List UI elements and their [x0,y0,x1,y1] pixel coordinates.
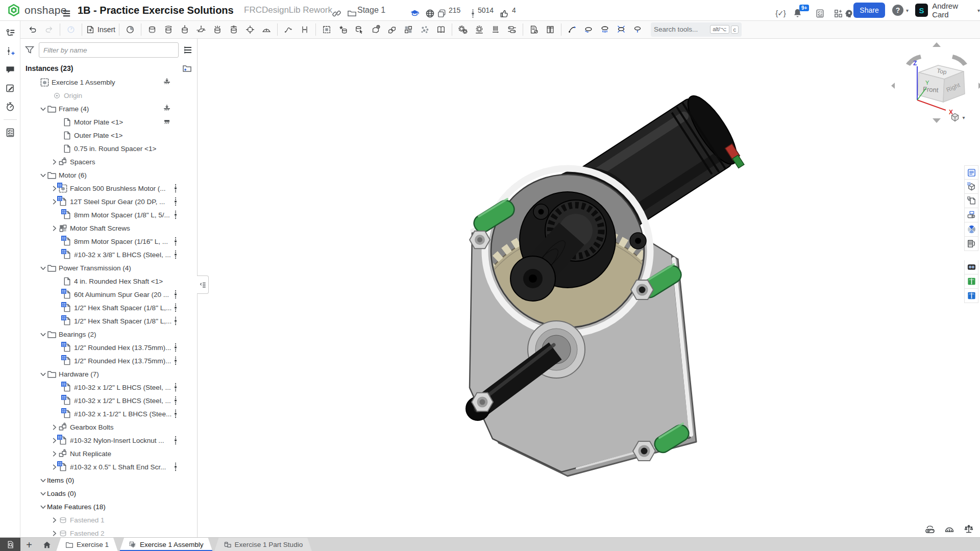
tasks-checklist-icon[interactable] [813,3,827,23]
tree-section-row[interactable]: Loads (0) [20,487,197,500]
tab-exercise-1-part-studio[interactable]: Exercise 1 Part Studio [214,538,312,551]
tree-instance-row[interactable]: Hardware (7) [20,367,197,381]
revolute-mate-button[interactable] [160,22,177,37]
mate-connector-dots-icon[interactable] [172,210,179,219]
breadcrumb-folder-icon[interactable] [345,3,359,23]
mate-connector-dots-icon[interactable] [172,316,179,325]
chevron-right-icon[interactable] [50,423,58,431]
tangent-mate-button[interactable] [258,22,275,37]
tree-instance-row[interactable]: 12T Steel Spur Gear (20 DP, ... [20,195,197,208]
chevron-right-icon[interactable] [50,158,58,166]
avatar[interactable]: S [915,4,928,17]
animate-path-button[interactable] [564,22,580,37]
mate-connector-dots-icon[interactable] [172,462,179,471]
add-tab-button[interactable]: + [20,538,38,551]
find-in-document-icon[interactable] [0,538,20,551]
linked-cube-icon[interactable] [964,180,978,194]
animate-rotate-button[interactable] [580,22,597,37]
animate-collide-button[interactable] [613,22,629,37]
tree-instance-row[interactable]: Exercise 1 Assembly [20,76,197,89]
mate-connector-dots-icon[interactable] [172,250,179,259]
toggles-button[interactable] [504,22,520,37]
tree-instance-row[interactable]: 60t Aluminum Spur Gear (20 ... [20,288,197,301]
share-link-icon[interactable] [329,3,344,23]
animate-drop-all-button[interactable] [597,22,613,37]
chevron-down-icon[interactable] [39,370,47,378]
slider-mate-button[interactable] [177,22,193,37]
insert-button[interactable]: Insert [85,22,116,37]
mate-connector-dots-icon[interactable] [172,303,179,312]
exploded-view-button[interactable] [416,22,433,37]
tree-instance-row[interactable]: #10-32 x 1/2" L BHCS (Steel, ... [20,381,197,394]
breadcrumb-folder-label[interactable]: Stage 1 [357,6,385,15]
comment-icon[interactable] [3,62,18,78]
replace-instance-button[interactable] [351,22,368,37]
tab-exercise-1-assembly[interactable]: Exercise 1 Assembly [119,538,213,551]
bom-hidden-button[interactable] [526,22,542,37]
tree-instance-row[interactable]: #10-32 x 0.5" L Shaft End Scr... [20,460,197,473]
bom-columns-button[interactable] [542,22,558,37]
tree-instance-row[interactable]: Frame (4) [20,102,197,115]
tree-instance-row[interactable]: 8mm Motor Spacer (1/8" L, 5/... [20,208,197,221]
view-mode-cube-button[interactable]: ▾ [945,110,970,124]
chevron-down-icon[interactable] [39,489,47,497]
update-linked-documents-button[interactable] [63,22,79,37]
physics-button[interactable] [471,22,487,37]
help-button[interactable]: ? [892,5,903,16]
user-name[interactable]: Andrew Card [932,2,975,19]
tree-instance-row[interactable]: Nut Replicate [20,447,197,460]
transform-instance-button[interactable] [368,22,384,37]
robot-app-icon[interactable] [964,260,978,274]
main-menu-hamburger-icon[interactable] [59,3,74,23]
revision-clock-button[interactable] [122,22,138,37]
tab-exercise-1[interactable]: Exercise 1 [56,538,118,551]
spring-button[interactable] [487,22,504,37]
tree-instance-row[interactable]: 1/2" Rounded Hex (13.75mm)... [20,341,197,354]
tree-instance-row[interactable]: 0.75 in. Round Spacer <1> [20,142,197,155]
chevron-right-icon[interactable] [50,529,58,537]
blue-book-app-icon[interactable] [964,289,978,303]
share-button[interactable]: Share [853,3,885,18]
chevron-right-icon[interactable] [50,516,58,524]
tree-instance-row[interactable]: Motor Shaft Screws [20,221,197,235]
tree-instance-row[interactable]: 8mm Motor Spacer (1/16" L, ... [20,235,197,248]
community-building-icon[interactable] [964,237,978,251]
tree-instance-row[interactable]: #10-32 x 1-1/2" L BHCS (Stee... [20,407,197,420]
mate-connector-dots-icon[interactable] [172,343,179,352]
animate-down-button[interactable] [629,22,646,37]
search-tools-input[interactable]: Search tools...alt/⌥c [651,22,742,37]
onshape-logo-icon[interactable] [7,0,20,20]
mate-connector-add-icon[interactable] [3,44,18,59]
tree-instance-row[interactable]: Falcon 500 Brushless Motor (... [20,182,197,195]
mate-connector-dots-icon[interactable] [172,409,179,418]
user-menu-caret-icon[interactable]: ▾ [977,8,980,13]
planar-mate-button[interactable] [193,22,209,37]
insert-favorites-button[interactable] [335,22,351,37]
appearance-panel-button[interactable] [433,22,449,37]
tree-instance-row[interactable]: #10-32 x 3/8" L BHCS (Steel, ... [20,248,197,261]
mate-connector-dots-icon[interactable] [172,237,179,246]
chevron-down-icon[interactable] [39,330,47,338]
mate-connector-dots-icon[interactable] [172,436,179,445]
tree-instance-row[interactable]: Bearings (2) [20,328,197,341]
mate-connector-dots-icon[interactable] [172,396,179,405]
thumbs-up-icon[interactable] [497,3,511,23]
ball-mate-button[interactable] [209,22,226,37]
chevron-right-icon[interactable] [50,224,58,232]
tree-instance-row[interactable]: Fastened 2 [20,527,197,537]
redo-button[interactable] [41,22,57,37]
filter-funnel-icon[interactable] [24,45,35,55]
help-caret-icon[interactable]: ▾ [906,8,909,13]
filter-input[interactable] [39,42,179,58]
chevron-down-icon[interactable] [39,476,47,484]
stopwatch-icon[interactable] [3,99,18,114]
edit-note-icon[interactable] [3,81,18,96]
feedback-braces-icon[interactable]: {✓} [772,3,789,23]
education-cap-icon[interactable] [407,3,422,23]
chevron-down-icon[interactable] [39,503,47,511]
undo-button[interactable] [24,22,41,37]
mate-relation-button[interactable] [280,22,297,37]
configurations-icon[interactable] [964,208,978,222]
mate-connector-dots-icon[interactable] [172,184,179,193]
tree-instance-row[interactable]: #10-32 x 1/2" L BHCS (Steel, ... [20,394,197,407]
